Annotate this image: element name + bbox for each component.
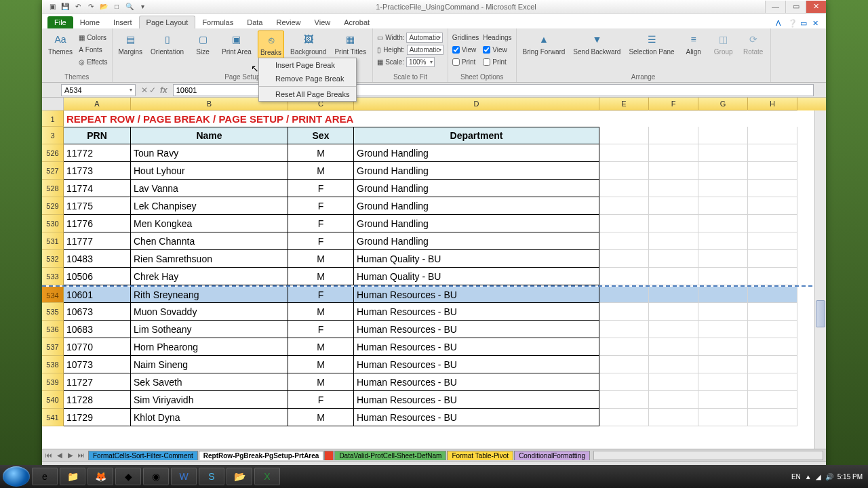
last-tab-icon[interactable]: ⏭ <box>76 451 87 459</box>
reset-page-breaks[interactable]: Reset All Page Breaks <box>259 87 356 101</box>
tray-vol-icon[interactable]: 🔊 <box>825 473 833 481</box>
cell[interactable]: Naim Sineng <box>131 356 288 373</box>
row-header[interactable]: 526 <box>42 144 64 162</box>
tab-home[interactable]: Home <box>73 16 106 28</box>
row-header[interactable]: 538 <box>42 356 64 373</box>
sheet-tab[interactable] <box>324 451 334 460</box>
cell[interactable]: Chen Channta <box>131 232 288 250</box>
cell[interactable]: F <box>288 391 354 409</box>
skype-icon[interactable]: S <box>199 468 224 485</box>
horizontal-scrollbar[interactable] <box>593 451 823 460</box>
tab-insert[interactable]: Insert <box>106 16 139 28</box>
remove-page-break[interactable]: Remove Page Break <box>259 72 356 85</box>
cell[interactable]: 11727 <box>64 373 131 391</box>
cell[interactable]: Lim Sotheany <box>131 321 288 338</box>
select-all-corner[interactable] <box>42 98 64 110</box>
cell[interactable]: Sek Saveth <box>131 373 288 391</box>
chrome-icon[interactable]: ◉ <box>143 468 169 485</box>
cancel-icon[interactable]: ✕ <box>141 85 148 95</box>
cell[interactable]: Human Resources - BU <box>354 409 599 426</box>
orientation-button[interactable]: ▯Orientation <box>149 30 186 57</box>
fx-icon[interactable]: fx <box>157 85 170 95</box>
cell[interactable]: M <box>288 162 354 180</box>
open-icon[interactable]: 📂 <box>99 2 108 12</box>
cell[interactable]: Hout Lyhour <box>131 162 288 180</box>
cell[interactable]: Sim Viriyavidh <box>131 391 288 409</box>
minimize-button[interactable]: — <box>765 1 785 13</box>
first-tab-icon[interactable]: ⏮ <box>43 451 54 459</box>
themes-button[interactable]: AaThemes <box>46 30 75 57</box>
cell[interactable]: Human Resources - BU <box>354 373 599 391</box>
gridlines-view-check[interactable] <box>452 46 460 54</box>
cell[interactable]: Human Resources - BU <box>354 303 599 321</box>
tab-data[interactable]: Data <box>240 16 269 28</box>
cell[interactable]: 11775 <box>64 197 131 215</box>
row-header[interactable]: 539 <box>42 373 64 391</box>
cell[interactable]: F <box>288 197 354 215</box>
vertical-scrollbar[interactable] <box>814 110 826 449</box>
cell[interactable]: 10773 <box>64 356 131 373</box>
cell[interactable]: Ground Handling <box>354 162 599 180</box>
row-header[interactable]: 533 <box>42 268 64 285</box>
tab-file[interactable]: File <box>47 16 73 28</box>
print-titles-button[interactable]: ▦Print Titles <box>332 30 368 57</box>
firefox-icon[interactable]: 🦊 <box>87 468 113 485</box>
save-icon[interactable]: 💾 <box>60 2 70 12</box>
row-header[interactable]: 536 <box>42 321 64 338</box>
next-tab-icon[interactable]: ▶ <box>65 451 76 459</box>
row-header[interactable]: 1 <box>42 110 64 127</box>
col-H[interactable]: H <box>748 98 797 110</box>
sheet-tab[interactable]: Format Table-Pivot <box>447 451 513 460</box>
cell[interactable]: M <box>288 373 354 391</box>
cell[interactable]: Human Quality - BU <box>354 250 599 268</box>
excel-task-icon[interactable]: X <box>254 468 280 485</box>
sheet-tab[interactable]: ConditionalFormatting <box>514 451 590 460</box>
row-header[interactable]: 3 <box>42 127 64 144</box>
maximize-button[interactable]: ▭ <box>785 1 806 13</box>
prev-tab-icon[interactable]: ◀ <box>54 451 65 459</box>
breaks-button[interactable]: ⎋Breaks Insert Page Break Remove Page Br… <box>258 30 284 58</box>
cell[interactable]: Name <box>131 127 288 144</box>
cell[interactable]: Lek Chanpisey <box>131 197 288 215</box>
group-button[interactable]: ◫Group <box>711 30 736 57</box>
effects-label[interactable]: Effects <box>87 58 107 66</box>
scroll-thumb[interactable] <box>816 300 825 327</box>
minimize-ribbon-icon[interactable]: ᐱ <box>776 19 785 28</box>
redo-icon[interactable]: ↷ <box>86 2 96 12</box>
cell[interactable]: 10506 <box>64 268 131 285</box>
cell[interactable]: M <box>288 338 354 356</box>
row-header[interactable]: 531 <box>42 232 64 250</box>
cell[interactable]: Ground Handling <box>354 197 599 215</box>
undo-icon[interactable]: ↶ <box>73 2 83 12</box>
cell[interactable]: Khlot Dyna <box>131 409 288 426</box>
tray-lang[interactable]: EN <box>791 473 801 481</box>
align-button[interactable]: ≡Align <box>681 30 707 57</box>
close-button[interactable]: ✕ <box>806 1 826 13</box>
col-G[interactable]: G <box>698 98 748 110</box>
cell[interactable]: Toun Ravy <box>131 144 288 162</box>
name-box[interactable]: A534 <box>61 84 136 96</box>
print-area-button[interactable]: ▣Print Area <box>220 30 254 57</box>
cell[interactable]: Department <box>354 127 599 144</box>
cell[interactable]: F <box>288 232 354 250</box>
row-header[interactable]: 535 <box>42 303 64 321</box>
cell[interactable]: Human Resources - BU <box>354 391 599 409</box>
cell[interactable]: PRN <box>64 127 131 144</box>
cell[interactable]: 11772 <box>64 144 131 162</box>
tab-review[interactable]: Review <box>269 16 307 28</box>
tray-net-icon[interactable]: ◢ <box>816 473 821 481</box>
app-icon[interactable]: ◆ <box>115 468 141 485</box>
cell[interactable]: F <box>288 287 354 303</box>
row-header[interactable]: 537 <box>42 338 64 356</box>
col-E[interactable]: E <box>599 98 649 110</box>
tab-page-layout[interactable]: Page Layout <box>139 16 196 28</box>
cell[interactable]: Human Resources - BU <box>354 321 599 338</box>
cell[interactable]: M <box>288 268 354 285</box>
qat-more-icon[interactable]: ▾ <box>138 2 147 12</box>
cell[interactable]: Ground Handling <box>354 232 599 250</box>
enter-icon[interactable]: ✓ <box>149 85 156 95</box>
tab-view[interactable]: View <box>308 16 338 28</box>
row-header[interactable]: 528 <box>42 180 64 197</box>
row-header[interactable]: 529 <box>42 197 64 215</box>
new-icon[interactable]: □ <box>112 2 121 12</box>
